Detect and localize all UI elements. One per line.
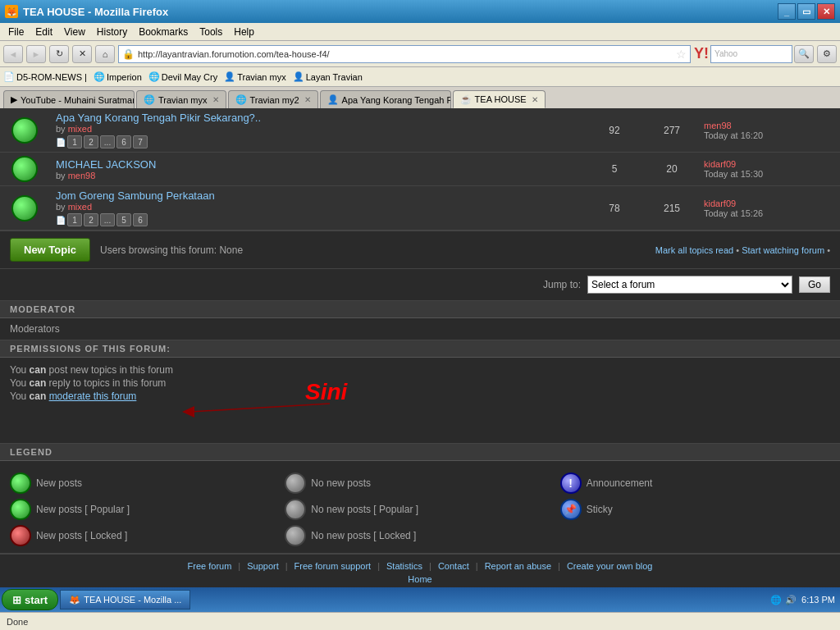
settings-icon[interactable]: ⚙ — [817, 45, 837, 63]
stop-button[interactable]: ✕ — [72, 45, 92, 63]
url-text: http://layantravian.forumotion.com/tea-h… — [138, 49, 676, 59]
topic-icon-cell — [0, 192, 49, 225]
page-btn-7[interactable]: 7 — [133, 135, 148, 148]
status-text: Done — [7, 617, 833, 627]
bookmark-devil-may-cry[interactable]: 🌐 Devil May Cry — [148, 71, 217, 82]
minimize-button[interactable]: _ — [778, 3, 796, 20]
menubar: File Edit View History Bookmarks Tools H… — [0, 23, 840, 41]
taskbar-right: 🌐 🔊 6:13 PM — [770, 595, 838, 605]
tab-youtube-label: YouTube - Muhaini Suratman... — [21, 95, 135, 105]
footer-links: Free forum | Support | Free forum suppor… — [10, 561, 830, 571]
last-post-cell: men98 Today at 16:20 — [701, 117, 840, 144]
topic-title[interactable]: Jom Goreng Sambung Perkataan — [56, 189, 579, 202]
forward-button[interactable]: ► — [26, 45, 46, 63]
page-btn-2[interactable]: 2 — [84, 213, 98, 226]
topic-info: Jom Goreng Sambung Perkataan by mixed 📄 … — [49, 186, 586, 230]
legend-sticky: 📌 Sticky — [560, 499, 830, 520]
topic-pages: 📄 1 2 ... 5 6 — [56, 213, 579, 226]
footer-contact[interactable]: Contact — [431, 561, 476, 571]
search-button[interactable]: 🔍 — [794, 45, 814, 63]
menu-bookmarks[interactable]: Bookmarks — [134, 25, 193, 39]
new-topic-bar: New Topic Users browsing this forum: Non… — [0, 231, 840, 269]
address-bar[interactable]: 🔒 http://layantravian.forumotion.com/tea… — [118, 45, 691, 63]
tab-tea-house[interactable]: ☕ TEA HOUSE ✕ — [453, 90, 546, 108]
topic-author[interactable]: men98 — [68, 171, 96, 180]
menu-edit[interactable]: Edit — [30, 25, 57, 39]
tab-travian-my2-close[interactable]: ✕ — [304, 95, 311, 104]
page-btn-1[interactable]: 1 — [67, 135, 82, 148]
replies-cell: 92 — [586, 125, 643, 136]
menu-history[interactable]: History — [92, 25, 132, 39]
page-btn-2[interactable]: 2 — [84, 135, 98, 148]
bookmark-ds-rom[interactable]: 📄 D5-ROM-NEWS | — [3, 71, 87, 82]
tab-travian-myx-label: Travian myx — [158, 95, 208, 105]
tab-travian-my2[interactable]: 🌐 Travian my2 ✕ — [228, 90, 318, 108]
page-btn-6[interactable]: 6 — [133, 213, 148, 226]
menu-view[interactable]: View — [59, 25, 90, 39]
footer-statistics[interactable]: Statistics — [380, 561, 429, 571]
browsing-text: Users browsing this forum: None — [100, 244, 243, 256]
footer-create-blog[interactable]: Create your own blog — [560, 561, 660, 571]
new-topic-button[interactable]: New Topic — [10, 238, 90, 262]
jump-bar: Jump to: Select a forum Go — [0, 269, 840, 301]
legend-no-new-popular-icon — [285, 499, 306, 520]
topic-title[interactable]: Apa Yang Korang Tengah Pikir Sekarang?.. — [56, 112, 579, 124]
bookmark-imperion[interactable]: 🌐 Imperion — [94, 71, 142, 82]
arrow-graphic — [92, 383, 338, 424]
start-button[interactable]: ⊞ start — [2, 589, 58, 610]
legend-no-new-popular-label: No new posts [ Popular ] — [311, 504, 418, 515]
last-post-user[interactable]: men98 — [704, 121, 837, 130]
legend-no-new-posts-icon — [285, 472, 306, 494]
tab-apa-yang[interactable]: 👤 Apa Yang Korang Tengah Pik... ✕ — [320, 90, 451, 108]
footer-free-forum[interactable]: Free forum — [181, 561, 239, 571]
tab-tea-house-icon: ☕ — [460, 94, 472, 105]
tab-travian-myx[interactable]: 🌐 Travian myx ✕ — [136, 90, 226, 108]
views-cell: 277 — [643, 125, 701, 136]
close-button[interactable]: ✕ — [817, 3, 835, 20]
legend-new-popular-icon — [10, 499, 31, 520]
topic-author[interactable]: mixed — [68, 124, 92, 134]
go-button[interactable]: Go — [799, 276, 830, 293]
menu-file[interactable]: File — [3, 25, 29, 39]
mark-watch-area: Mark all topics read • Start watching fo… — [655, 245, 830, 255]
topic-title[interactable]: MICHAEL JACKSON — [56, 158, 579, 171]
taskbar-window-tea-house[interactable]: 🦊 TEA HOUSE - Mozilla ... — [60, 590, 190, 609]
footer-report-abuse[interactable]: Report an abuse — [478, 561, 558, 571]
topic-icon-cell — [0, 114, 49, 147]
volume-icon: 🔊 — [785, 595, 797, 605]
tab-youtube[interactable]: ▶ YouTube - Muhaini Suratman... ✕ — [3, 90, 135, 108]
footer-support[interactable]: Support — [240, 561, 285, 571]
menu-tools[interactable]: Tools — [194, 25, 227, 39]
topic-author[interactable]: mixed — [68, 202, 92, 212]
jump-label: Jump to: — [543, 279, 581, 290]
legend-grid: New posts No new posts ! Announcement Ne… — [10, 472, 830, 546]
permissions-header: PERMISSIONS OF THIS FORUM: — [0, 340, 840, 358]
restore-button[interactable]: ▭ — [797, 3, 815, 20]
footer-home-link[interactable]: Home — [10, 574, 830, 584]
footer-free-forum-support[interactable]: Free forum support — [288, 561, 378, 571]
tab-travian-myx-close[interactable]: ✕ — [212, 95, 219, 104]
menu-help[interactable]: Help — [229, 25, 259, 39]
last-post-user[interactable]: kidarf09 — [704, 159, 837, 169]
tab-tea-house-close[interactable]: ✕ — [532, 95, 538, 104]
page-btn-5[interactable]: 5 — [116, 213, 131, 226]
start-watching-link[interactable]: Start watching forum — [742, 245, 824, 255]
mark-all-read-link[interactable]: Mark all topics read — [655, 245, 733, 255]
home-button[interactable]: ⌂ — [95, 45, 115, 63]
page-btn-6[interactable]: 6 — [116, 135, 131, 148]
bookmark-layan-travian[interactable]: 👤 Layan Travian — [293, 71, 363, 82]
legend-new-posts-label: New posts — [36, 477, 82, 489]
permissions-content: You can post new topics in this forum Yo… — [0, 358, 840, 444]
back-button[interactable]: ◄ — [3, 45, 23, 63]
jump-select[interactable]: Select a forum — [587, 276, 792, 294]
page-btn-1[interactable]: 1 — [67, 213, 82, 226]
last-post-user[interactable]: kidarf09 — [704, 199, 837, 208]
legend-announcement: ! Announcement — [560, 472, 830, 494]
bookmark-travian-myx[interactable]: 👤 Travian myx — [224, 71, 286, 82]
reload-button[interactable]: ↻ — [49, 45, 69, 63]
legend-sticky-label: Sticky — [587, 504, 613, 515]
search-box[interactable]: Yahoo — [710, 45, 792, 63]
tab-travian-my2-icon: 🌐 — [235, 94, 247, 105]
network-icon: 🌐 — [770, 595, 782, 605]
topic-by: by mixed — [56, 124, 579, 134]
